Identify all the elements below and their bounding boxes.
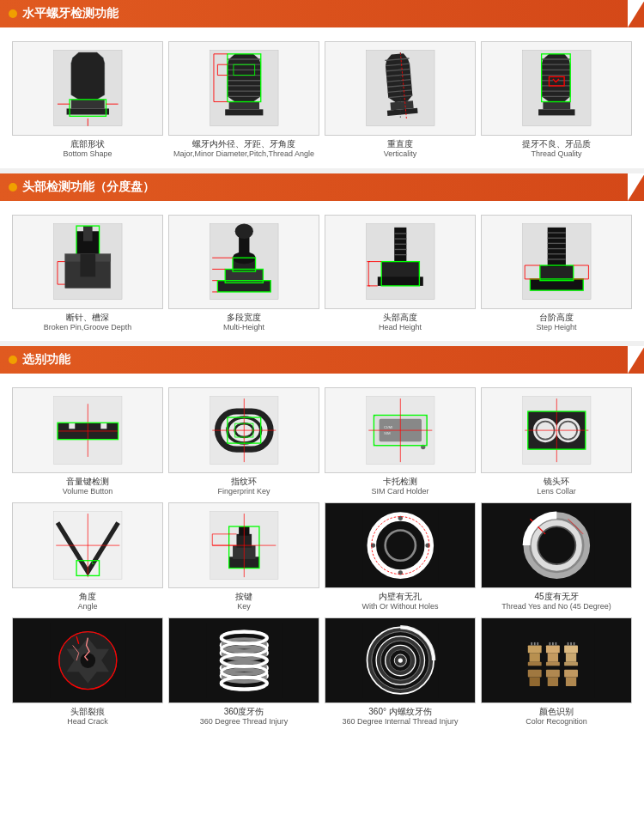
- section3-content: 音量键检测 Volume Button: [0, 380, 644, 735]
- svg-rect-225: [566, 653, 576, 662]
- section2-header: 头部检测功能（分度盘）: [0, 173, 644, 201]
- section3-row2: L 角度 Angle: [9, 502, 635, 612]
- caption-cn-360thread: 360度牙伤: [224, 706, 264, 717]
- item-360-thread: 360度牙伤 360 Degree Thread Injury: [168, 617, 319, 727]
- svg-rect-219: [529, 653, 539, 662]
- svg-rect-241: [573, 642, 574, 646]
- svg-rect-92: [377, 277, 422, 286]
- svg-rect-220: [527, 662, 541, 666]
- caption-cn-color: 颜色识别: [539, 706, 574, 717]
- caption-en-360internal: 360 Degree Internal Thread Injury: [343, 717, 459, 727]
- item-key: 按键 Key: [168, 502, 319, 612]
- caption-en-360thread: 360 Degree Thread Injury: [200, 717, 288, 727]
- item-multi-height: 多段宽度 Multi-Height: [168, 215, 319, 333]
- svg-rect-222: [547, 653, 557, 662]
- caption-cn-bottom-shape: 底部形状: [70, 138, 105, 149]
- caption-en-fingerprint: Fingerprint Key: [217, 487, 270, 497]
- item-lens-collar: 镜头环 Lens Collar: [481, 387, 632, 497]
- section3-title: 选别功能: [22, 352, 70, 368]
- item-verticality: 重直度 Verticality: [325, 41, 476, 160]
- svg-rect-240: [570, 642, 572, 646]
- section1-header: 水平螺牙检测功能: [0, 0, 644, 27]
- item-broken-pin: 断针、槽深 Broken Pin,Groove Depth: [12, 215, 163, 333]
- svg-rect-223: [546, 662, 560, 666]
- svg-point-216: [398, 658, 402, 662]
- img-verticality: [325, 41, 476, 136]
- img-sim-card: CI/MI SIM: [325, 387, 476, 473]
- img-45degree: [481, 502, 632, 588]
- caption-cn-fingerprint: 指纹环: [231, 476, 257, 487]
- svg-rect-226: [564, 662, 578, 666]
- svg-rect-66: [83, 226, 93, 241]
- img-angle: L: [12, 502, 163, 588]
- caption-cn-step-height: 台阶高度: [539, 312, 574, 323]
- section1-title: 水平螺牙检测功能: [22, 6, 118, 21]
- caption-cn-broken-pin: 断针、槽深: [66, 312, 109, 323]
- svg-rect-230: [547, 677, 557, 686]
- item-head-crack: 头部裂痕 Head Crack: [12, 617, 163, 727]
- bullet1: [9, 9, 17, 18]
- bullet3: [9, 356, 17, 364]
- svg-rect-125: [100, 423, 106, 429]
- item-bottom-shape: 底部形状 Bottom Shape: [12, 41, 163, 160]
- svg-rect-26: [225, 110, 263, 116]
- item-diameter: 螺牙内外径、牙距、牙角度 Major,Minor Diameter,Pitch,…: [168, 41, 319, 160]
- svg-text:CI/MI: CI/MI: [384, 426, 393, 430]
- svg-rect-229: [546, 669, 560, 677]
- img-multi-height: [168, 215, 319, 309]
- caption-en-head-height: Head Height: [379, 323, 422, 333]
- svg-rect-107: [547, 228, 565, 267]
- caption-cn-head-height: 头部高度: [383, 312, 417, 323]
- svg-rect-74: [80, 254, 95, 277]
- img-color-recognition: [481, 617, 632, 703]
- caption-en-step-height: Step Height: [536, 323, 576, 333]
- section3-row1: 音量键检测 Volume Button: [9, 387, 635, 497]
- caption-en-holes: With Or Without Holes: [361, 602, 438, 612]
- caption-en-color: Color Recognition: [526, 717, 587, 727]
- caption-cn-holes: 内壁有无孔: [379, 591, 422, 602]
- caption-cn-key: 按键: [235, 591, 252, 602]
- svg-text:L: L: [91, 559, 94, 565]
- caption-en-45degree: Thread Yes and No (45 Degree): [501, 602, 611, 612]
- section1-row: 底部形状 Bottom Shape: [9, 41, 635, 160]
- item-thread-quality: 提牙不良、牙品质 Thread Quality: [481, 41, 632, 160]
- img-volume-button: [12, 387, 163, 473]
- section1-content: 底部形状 Bottom Shape: [0, 34, 644, 168]
- caption-cn-diameter: 螺牙内外径、牙距、牙角度: [192, 138, 295, 149]
- caption-cn-sim: 卡托检测: [383, 476, 417, 487]
- img-head-crack: [12, 617, 163, 703]
- section3-row3: 头部裂痕 Head Crack: [9, 617, 635, 727]
- section2-content: 断针、槽深 Broken Pin,Groove Depth: [0, 208, 644, 342]
- img-360-internal: [325, 617, 476, 703]
- svg-rect-10: [71, 100, 105, 109]
- svg-rect-237: [552, 642, 554, 646]
- svg-text:SIM: SIM: [384, 432, 391, 436]
- svg-rect-233: [531, 642, 532, 646]
- caption-cn-lens: 镜头环: [544, 476, 569, 487]
- svg-rect-235: [537, 642, 538, 646]
- svg-rect-218: [527, 645, 541, 653]
- caption-cn-45degree: 45度有无牙: [534, 591, 578, 602]
- section2-row: 断针、槽深 Broken Pin,Groove Depth: [9, 215, 635, 333]
- img-broken-pin: [12, 215, 163, 309]
- caption-cn-angle: 角度: [79, 591, 96, 602]
- svg-rect-106: [540, 265, 574, 281]
- svg-point-173: [380, 526, 420, 565]
- svg-rect-58: [543, 102, 570, 110]
- svg-rect-227: [527, 669, 541, 677]
- caption-cn-thread-quality: 提牙不良、牙品质: [522, 138, 591, 149]
- caption-en-key: Key: [237, 602, 251, 612]
- caption-en-multi-height: Multi-Height: [223, 323, 264, 333]
- item-360-internal: 360° 内螺纹牙伤 360 Degree Internal Thread In…: [325, 617, 476, 727]
- svg-rect-228: [529, 677, 539, 686]
- svg-rect-124: [69, 423, 75, 429]
- caption-cn-verticality: 重直度: [387, 138, 413, 149]
- svg-rect-25: [228, 102, 258, 110]
- caption-en-sim: SIM Card Holder: [371, 487, 428, 497]
- caption-en-bottom-shape: Bottom Shape: [63, 149, 112, 160]
- img-head-height: [325, 215, 476, 309]
- svg-rect-236: [549, 642, 550, 646]
- item-step-height: 台阶高度 Step Height: [481, 215, 632, 333]
- caption-cn-volume: 音量键检测: [66, 476, 109, 487]
- item-head-height: 头部高度 Head Height: [325, 215, 476, 333]
